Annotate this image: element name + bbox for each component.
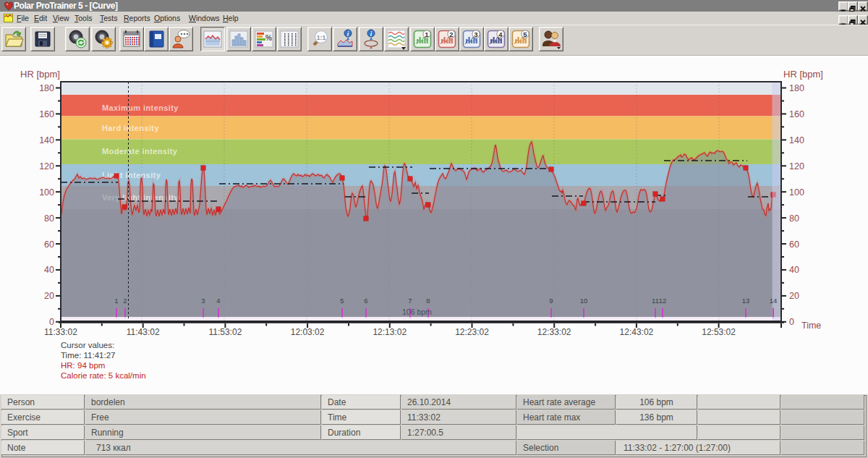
svg-text:HR [bpm]: HR [bpm] [20,69,60,80]
svg-text:5: 5 [340,297,344,305]
svg-text:%: % [265,34,272,42]
svg-text:12:43:02: 12:43:02 [620,327,654,337]
svg-text:11:53:02: 11:53:02 [208,327,242,337]
svg-text:80: 80 [44,213,54,224]
svg-text:0: 0 [49,317,54,327]
svg-text:120: 120 [39,161,54,171]
svg-text:0: 0 [789,317,794,327]
svg-text:Calorie rate: 5 kcal/min: Calorie rate: 5 kcal/min [61,371,146,380]
svg-text:Moderate intensity: Moderate intensity [102,147,178,156]
svg-text:5: 5 [523,30,527,38]
svg-text:Time: Time [801,321,821,331]
svg-text:Hard intensity: Hard intensity [102,124,159,132]
svg-text:HR: 94 bpm: HR: 94 bpm [61,361,105,370]
svg-text:13: 13 [742,297,750,305]
svg-text:40: 40 [44,265,54,275]
svg-text:160: 160 [39,109,54,119]
svg-text:60: 60 [789,239,799,250]
svg-text:40: 40 [789,265,799,275]
svg-text:100: 100 [789,187,804,198]
svg-text:180: 180 [39,83,54,93]
svg-text:Cursor values:: Cursor values: [61,341,114,349]
svg-text:3: 3 [201,297,205,305]
svg-text:140: 140 [789,135,804,145]
svg-text:2: 2 [449,30,453,38]
svg-text:11:33:02: 11:33:02 [44,327,77,337]
svg-text:12:03:02: 12:03:02 [291,327,325,337]
svg-text:2: 2 [123,297,127,305]
svg-text:12:23:02: 12:23:02 [455,327,489,337]
svg-text:Time: 11:41:27: Time: 11:41:27 [61,351,115,360]
svg-text:180: 180 [789,83,804,93]
svg-text:1:1: 1:1 [317,34,326,41]
svg-text:12: 12 [659,297,667,305]
svg-text:120: 120 [789,161,804,171]
svg-text:4: 4 [216,297,220,305]
svg-text:11:43:02: 11:43:02 [127,327,160,337]
svg-text:80: 80 [789,213,799,224]
svg-text:3: 3 [474,30,477,38]
svg-text:60: 60 [44,239,54,250]
svg-text:9: 9 [549,297,553,305]
svg-text:20: 20 [44,291,54,301]
svg-text:4: 4 [498,30,503,38]
svg-text:100: 100 [39,187,54,198]
svg-text:1: 1 [425,30,429,38]
svg-text:8: 8 [426,297,430,305]
svg-text:20: 20 [789,291,799,301]
svg-text:7: 7 [408,297,412,305]
svg-text:12:53:02: 12:53:02 [702,327,736,337]
svg-text:10: 10 [580,297,588,305]
svg-text:14: 14 [770,297,778,305]
svg-text:12:13:02: 12:13:02 [373,327,407,337]
svg-text:140: 140 [39,135,54,145]
svg-text:12:33:02: 12:33:02 [537,327,571,337]
svg-text:11: 11 [652,297,659,305]
svg-text:1: 1 [114,297,118,305]
svg-text:HR [bpm]: HR [bpm] [783,69,823,80]
svg-text:6: 6 [364,297,367,305]
svg-text:Maximum intensity: Maximum intensity [102,103,179,112]
svg-text:160: 160 [789,109,804,119]
svg-text:106 bpm: 106 bpm [402,308,432,316]
